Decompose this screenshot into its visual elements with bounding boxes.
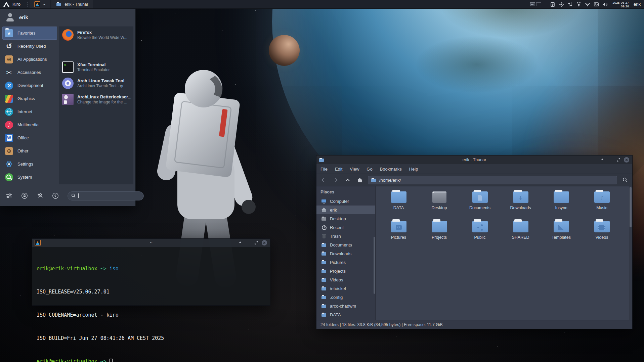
menubar-item[interactable]: Help bbox=[409, 167, 418, 172]
dropbox-icon[interactable] bbox=[576, 2, 582, 7]
folder-item[interactable]: Insync bbox=[541, 189, 582, 219]
folder-item[interactable]: Downloads bbox=[500, 189, 541, 219]
folder-item[interactable]: SHARED bbox=[500, 219, 541, 248]
app-item[interactable]: ArchLinux Betterlockscr... Change the im… bbox=[59, 91, 133, 107]
settings-sliders-icon[interactable] bbox=[6, 192, 12, 199]
place-item[interactable]: Downloads bbox=[316, 249, 375, 258]
place-item[interactable]: Videos bbox=[316, 275, 375, 284]
menubar-item[interactable]: Bookmarks bbox=[380, 167, 402, 172]
menu-search-box[interactable] bbox=[68, 191, 144, 200]
taskbar-window-thunar[interactable]: erik - Thunar bbox=[51, 0, 93, 8]
up-button[interactable] bbox=[344, 176, 352, 184]
volume-icon[interactable] bbox=[602, 2, 608, 7]
place-item[interactable]: DATA bbox=[316, 310, 375, 319]
clipboard-icon[interactable] bbox=[550, 2, 555, 7]
top-panel: Kiro ~ erik - Thunar bbox=[0, 0, 644, 9]
place-item[interactable]: /etc/skel bbox=[316, 284, 375, 293]
home-button[interactable] bbox=[356, 176, 364, 184]
clock[interactable]: 2025-06-27 09:26 bbox=[612, 1, 629, 8]
network-traffic-icon[interactable] bbox=[567, 2, 573, 7]
folder-item[interactable]: Documents bbox=[460, 189, 500, 219]
folder-item[interactable]: Music bbox=[582, 189, 622, 219]
menubar-item[interactable]: Edit bbox=[335, 167, 342, 172]
place-icon bbox=[321, 295, 327, 300]
folder-item[interactable]: Templates bbox=[541, 219, 582, 248]
place-item[interactable]: Pictures bbox=[316, 258, 375, 267]
minimize-button[interactable] bbox=[244, 239, 252, 247]
menubar-item[interactable]: View bbox=[350, 167, 359, 172]
wifi-icon[interactable] bbox=[585, 2, 590, 7]
app-item[interactable]: Thunar File Manager Browse the filesyste… bbox=[59, 43, 133, 59]
place-item[interactable]: Desktop bbox=[316, 214, 375, 223]
path-bar[interactable]: /home/erik/ bbox=[368, 176, 617, 184]
maximize-button[interactable] bbox=[252, 239, 260, 247]
app-menu-button[interactable]: Kiro bbox=[0, 0, 25, 8]
workspace-2[interactable] bbox=[536, 2, 541, 6]
folder-item[interactable]: DATA bbox=[378, 189, 419, 219]
folder-item[interactable]: Videos bbox=[582, 219, 622, 248]
menu-category[interactable]: System bbox=[2, 171, 57, 184]
view-scrollbar[interactable] bbox=[629, 186, 632, 320]
folder-item[interactable]: Projects bbox=[419, 219, 460, 248]
sidebar-scrollbar[interactable] bbox=[374, 237, 375, 294]
workspace-switcher[interactable] bbox=[530, 2, 541, 6]
place-item[interactable]: .config bbox=[316, 293, 375, 302]
menubar-item[interactable]: File bbox=[320, 167, 328, 172]
menu-category[interactable]: Development bbox=[2, 79, 57, 92]
maximize-button[interactable] bbox=[614, 156, 622, 164]
menu-category[interactable]: All Applications bbox=[2, 53, 57, 66]
forward-button[interactable] bbox=[332, 176, 340, 184]
place-item[interactable]: arco-chadwm bbox=[316, 302, 375, 310]
close-button[interactable] bbox=[260, 239, 268, 247]
folder-label: DATA bbox=[393, 206, 404, 210]
menu-category[interactable]: Favorites bbox=[2, 27, 57, 40]
menu-category[interactable]: Settings bbox=[2, 157, 57, 171]
app-item[interactable]: Xfce Terminal Terminal Emulator bbox=[59, 59, 133, 75]
workspace-1[interactable] bbox=[530, 2, 535, 6]
scrollbar-thumb[interactable] bbox=[630, 187, 632, 227]
category-label: Graphics bbox=[17, 96, 35, 101]
terminal-output[interactable]: erik@erik-virtualbox~>iso ISO_RELEASE=v2… bbox=[32, 247, 270, 362]
menu-search-input[interactable] bbox=[81, 193, 140, 198]
screenshot-icon[interactable] bbox=[594, 2, 599, 7]
back-button[interactable] bbox=[319, 176, 328, 184]
place-item[interactable]: Documents bbox=[316, 240, 375, 249]
menubar-item[interactable]: Go bbox=[367, 167, 372, 172]
shade-button[interactable] bbox=[236, 239, 244, 247]
folder-label: Music bbox=[596, 206, 607, 210]
menu-category[interactable]: Other bbox=[2, 144, 57, 157]
menu-category[interactable]: Recently Used bbox=[2, 40, 57, 53]
menu-category[interactable]: Accessories bbox=[2, 66, 57, 79]
place-item[interactable]: erik bbox=[316, 206, 375, 214]
place-item[interactable]: arcolinux-neme... bbox=[316, 319, 375, 320]
app-item[interactable]: Arch Linux Tweak Tool ArchLinux Tweak To… bbox=[59, 75, 133, 91]
category-label: Multimedia bbox=[17, 122, 39, 127]
folder-icon bbox=[432, 191, 446, 203]
terminal-titlebar[interactable]: ~ bbox=[32, 239, 270, 247]
menu-category[interactable]: Graphics bbox=[2, 92, 57, 105]
place-item[interactable]: Trash bbox=[316, 232, 375, 240]
updates-icon[interactable] bbox=[559, 2, 564, 7]
folder-item[interactable]: Public bbox=[460, 219, 500, 248]
menu-category[interactable]: Multimedia bbox=[2, 118, 57, 131]
taskbar-window-terminal[interactable]: ~ bbox=[30, 0, 50, 8]
close-button[interactable] bbox=[622, 156, 631, 164]
folder-label: Public bbox=[474, 235, 485, 240]
minimize-button[interactable] bbox=[606, 156, 614, 164]
logout-icon[interactable] bbox=[52, 192, 59, 199]
place-item[interactable]: Computer bbox=[316, 197, 375, 206]
menu-category[interactable]: Internet bbox=[2, 105, 57, 118]
shade-button[interactable] bbox=[598, 156, 606, 164]
thunar-titlebar[interactable]: erik - Thunar bbox=[316, 155, 632, 164]
place-item[interactable]: Recent bbox=[316, 223, 375, 232]
place-item[interactable]: Projects bbox=[316, 267, 375, 275]
search-button[interactable] bbox=[621, 177, 629, 183]
menu-category[interactable]: Office bbox=[2, 131, 57, 144]
switch-user-icon[interactable] bbox=[37, 192, 43, 199]
folder-item[interactable]: Desktop bbox=[419, 189, 460, 219]
place-label: DATA bbox=[330, 312, 341, 317]
app-name: Firefox bbox=[77, 30, 127, 35]
lock-screen-icon[interactable] bbox=[21, 192, 28, 199]
app-item[interactable]: Firefox Browse the World Wide W... bbox=[59, 27, 133, 43]
folder-item[interactable]: Pictures bbox=[378, 219, 419, 248]
